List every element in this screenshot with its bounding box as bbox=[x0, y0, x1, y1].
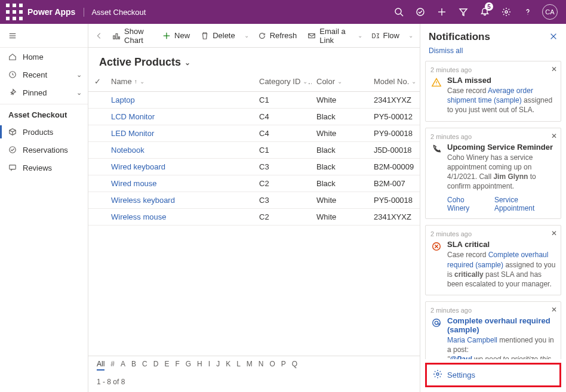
column-header-model[interactable]: Model No. ⌄ bbox=[374, 77, 416, 86]
record-link[interactable]: Wired keyboard bbox=[111, 162, 165, 171]
home-icon bbox=[8, 53, 19, 61]
dismiss-card-button[interactable]: ✕ bbox=[551, 65, 557, 73]
back-button[interactable] bbox=[92, 24, 106, 48]
dismiss-all-link[interactable]: Dismiss all bbox=[429, 47, 463, 55]
sidebar-item-pinned[interactable]: Pinned ⌄ bbox=[0, 84, 88, 101]
brand-label: Power Apps bbox=[27, 7, 75, 17]
svg-rect-2 bbox=[19, 4, 23, 7]
cell-category: C4 bbox=[254, 125, 312, 141]
alpha-letter[interactable]: O bbox=[270, 360, 275, 371]
column-header-category[interactable]: Category ID ⌄ bbox=[259, 77, 307, 86]
record-link[interactable]: Wired mouse bbox=[111, 179, 157, 188]
alpha-letter[interactable]: Q bbox=[292, 360, 297, 371]
sidebar-item-reviews[interactable]: Reviews bbox=[0, 159, 88, 177]
view-selector[interactable]: Active Products ⌄ bbox=[99, 56, 190, 69]
sidebar-item-reservations[interactable]: Reservations bbox=[0, 141, 88, 159]
alpha-letter[interactable]: N bbox=[259, 360, 264, 371]
sidebar-toggle[interactable] bbox=[0, 24, 88, 48]
cell-model: PY9-00018 bbox=[369, 125, 420, 141]
search-icon[interactable] bbox=[388, 0, 410, 24]
select-all-checkbox[interactable]: ✓ bbox=[88, 72, 106, 91]
table-row[interactable]: LaptopC1White2341XYXZ bbox=[88, 91, 420, 108]
alpha-letter[interactable]: E bbox=[164, 360, 169, 371]
help-icon[interactable] bbox=[517, 0, 539, 24]
close-panel-button[interactable] bbox=[549, 32, 558, 42]
flow-button[interactable]: Flow bbox=[367, 26, 404, 45]
svg-rect-7 bbox=[13, 17, 16, 20]
email-link-button[interactable]: Email a Link bbox=[303, 26, 353, 45]
command-bar: Show Chart New Delete ⌄ Refresh Email a … bbox=[88, 24, 420, 48]
gear-icon bbox=[433, 369, 442, 381]
table-row[interactable]: LED MonitorC4WhitePY9-00018 bbox=[88, 125, 420, 141]
chevron-down-icon: ⌄ bbox=[184, 58, 190, 67]
refresh-button[interactable]: Refresh bbox=[253, 26, 302, 45]
record-link[interactable]: Wireless keyboard bbox=[111, 196, 175, 205]
table-row[interactable]: NotebookC1BlackJ5D-00018 bbox=[88, 141, 420, 158]
settings-gear-icon[interactable] bbox=[496, 0, 517, 24]
alpha-letter[interactable]: J bbox=[216, 360, 220, 371]
delete-button[interactable]: Delete bbox=[196, 26, 240, 45]
alpha-letter[interactable]: G bbox=[186, 360, 191, 371]
new-button[interactable]: New bbox=[158, 26, 195, 45]
avatar[interactable]: CA bbox=[542, 4, 558, 20]
record-link[interactable]: LCD Monitor bbox=[111, 112, 155, 121]
record-link[interactable]: LED Monitor bbox=[111, 129, 154, 138]
alpha-letter[interactable]: P bbox=[281, 360, 286, 371]
email-link-split-button[interactable]: ⌄ bbox=[355, 26, 365, 45]
svg-rect-23 bbox=[116, 33, 118, 39]
dismiss-card-button[interactable]: ✕ bbox=[551, 229, 557, 237]
dismiss-card-button[interactable]: ✕ bbox=[551, 132, 557, 140]
alpha-all[interactable]: All bbox=[97, 360, 104, 371]
alpha-letter[interactable]: F bbox=[175, 360, 179, 371]
card-title-link[interactable]: Complete overhaul required (sample) bbox=[447, 316, 550, 334]
cell-color: Black bbox=[312, 141, 369, 158]
table-row[interactable]: Wired mouseC2BlackB2M-007 bbox=[88, 175, 420, 192]
sidebar-item-label: Pinned bbox=[23, 88, 47, 97]
record-link[interactable]: Wireless mouse bbox=[111, 212, 166, 221]
column-header-color[interactable]: Color ⌄ bbox=[316, 77, 342, 86]
alpha-letter[interactable]: I bbox=[208, 360, 210, 371]
table-row[interactable]: Wireless keyboardC3WhitePY5-00018 bbox=[88, 192, 420, 208]
alpha-letter[interactable]: H bbox=[197, 360, 202, 371]
svg-point-31 bbox=[436, 85, 436, 85]
app-launcher-icon[interactable] bbox=[5, 2, 24, 21]
card-title: Upcoming Service Reminder bbox=[447, 143, 556, 152]
add-icon[interactable] bbox=[431, 0, 453, 24]
alpha-letter[interactable]: D bbox=[153, 360, 159, 371]
table-row[interactable]: LCD MonitorC4BlackPY5-00012 bbox=[88, 108, 420, 125]
sidebar-item-home[interactable]: Home bbox=[0, 48, 88, 66]
alpha-letter[interactable]: K bbox=[226, 360, 230, 371]
flow-split-button[interactable]: ⌄ bbox=[405, 26, 416, 45]
svg-rect-24 bbox=[119, 36, 120, 39]
show-chart-button[interactable]: Show Chart bbox=[107, 26, 156, 45]
alpha-letter[interactable]: L bbox=[236, 360, 241, 371]
alpha-letter[interactable]: C bbox=[142, 360, 147, 371]
record-link[interactable]: Laptop bbox=[111, 95, 135, 104]
card-link[interactable]: Coho Winery bbox=[447, 196, 486, 212]
view-title: Active Products bbox=[99, 56, 181, 69]
alpha-letter[interactable]: B bbox=[131, 360, 136, 371]
record-link[interactable]: Notebook bbox=[111, 146, 144, 155]
sidebar-item-products[interactable]: Products bbox=[0, 123, 88, 141]
svg-point-15 bbox=[527, 14, 528, 14]
table-row[interactable]: Wired keyboardC3BlackB2M-00009 bbox=[88, 158, 420, 175]
alpha-letter[interactable]: # bbox=[110, 360, 115, 371]
delete-split-button[interactable]: ⌄ bbox=[241, 26, 252, 45]
notification-settings-button[interactable]: Settings bbox=[425, 363, 561, 387]
cell-category: C1 bbox=[254, 141, 312, 158]
user-link[interactable]: Maria Campbell bbox=[447, 336, 497, 344]
pager-status: 1 - 8 of 8 bbox=[88, 374, 420, 392]
table-row[interactable]: Wireless mouseC2White2341XYXZ bbox=[88, 208, 420, 225]
assistant-icon[interactable] bbox=[410, 0, 431, 24]
notifications-bell-icon[interactable]: 5 bbox=[474, 0, 496, 24]
sidebar-item-recent[interactable]: Recent ⌄ bbox=[0, 66, 88, 84]
alpha-letter[interactable]: A bbox=[121, 360, 125, 371]
dismiss-card-button[interactable]: ✕ bbox=[551, 305, 557, 314]
chevron-down-icon: ⌄ bbox=[140, 78, 144, 85]
filter-icon[interactable] bbox=[453, 0, 474, 24]
products-icon bbox=[8, 128, 19, 136]
alpha-letter[interactable]: M bbox=[247, 360, 253, 371]
chevron-down-icon: ⌄ bbox=[76, 71, 82, 79]
card-link[interactable]: Service Appointment bbox=[494, 196, 556, 212]
column-header-name[interactable]: Name ↑ ⌄ bbox=[111, 77, 144, 86]
